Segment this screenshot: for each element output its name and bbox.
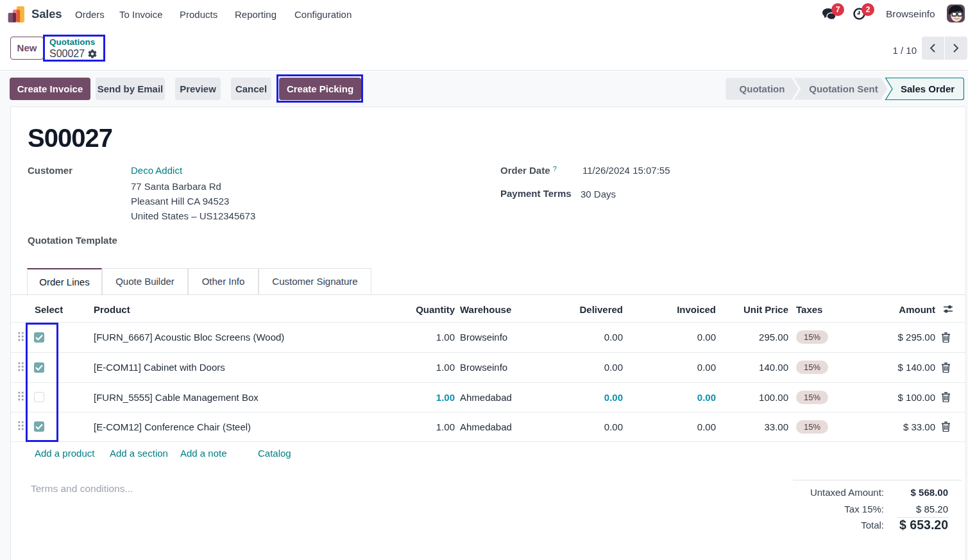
svg-text:Sales Order: Sales Order	[901, 83, 955, 94]
svg-text:Quotation Sent: Quotation Sent	[809, 83, 878, 94]
svg-text:Quotation: Quotation	[740, 83, 785, 94]
